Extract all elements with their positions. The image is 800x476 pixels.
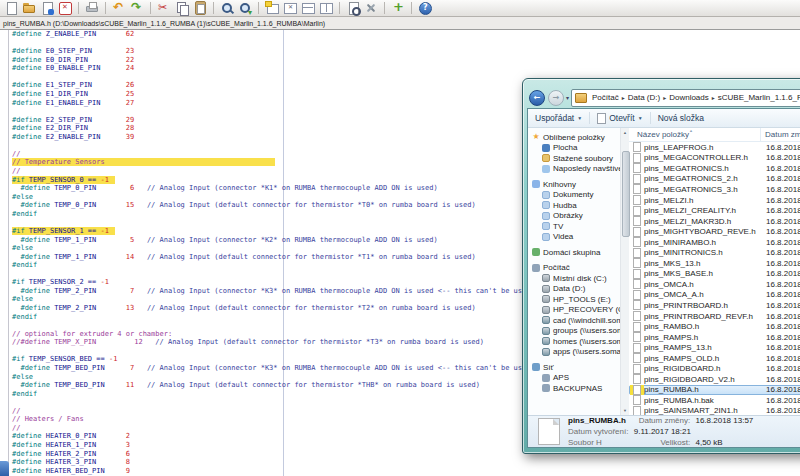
sidebar-section-dom-c-skupina[interactable]: Domácí skupina	[532, 247, 620, 258]
sidebar-item-label: Obrázky	[553, 211, 583, 220]
sidebar-item-hudba[interactable]: Hudba	[532, 200, 620, 211]
sidebar-item-cad-windchill-soma-cz[interactable]: cad (\\windchill.soma.cz)	[532, 315, 620, 326]
help-icon[interactable]	[418, 1, 432, 15]
sidebar-item-backupnas[interactable]: BACKUPNAS	[532, 383, 620, 394]
file-row-pins-omca-a-h[interactable]: pins_OMCA_A.h16.8.2018 13:57	[629, 290, 800, 301]
file-row-pins-printrboard-revf-h[interactable]: pins_PRINTRBOARD_REVF.h16.8.2018 13:57	[629, 311, 800, 322]
breadcrumb-item-po-ta[interactable]: Počítač	[590, 93, 621, 102]
file-row-pins-melzi-h[interactable]: pins_MELZI.h16.8.2018 13:57	[629, 195, 800, 206]
column-header-modified[interactable]: Datum změny	[761, 128, 800, 141]
tile-vertical-icon[interactable]	[319, 1, 333, 15]
file-row-pins-rigidboard-v2-h[interactable]: pins_RIGIDBOARD_V2.h16.8.2018 13:57	[629, 374, 800, 385]
drive-icon	[542, 274, 550, 282]
find-icon[interactable]	[220, 1, 234, 15]
new-file-icon[interactable]	[4, 1, 18, 15]
file-row-pins-minitronics-h[interactable]: pins_MINITRONICS.h16.8.2018 13:57	[629, 247, 800, 258]
sidebar-item-groups-users-soma-cz[interactable]: groups (\\users.soma.cz)	[532, 326, 620, 337]
file-row-pins-megatronics-h[interactable]: pins_MEGATRONICS.h16.8.2018 13:57	[629, 163, 800, 174]
sidebar-item-m-stn-disk-c[interactable]: Místní disk (C:)	[532, 273, 620, 284]
breadcrumb-item-downloads[interactable]: Downloads	[667, 93, 711, 102]
sidebar-item-tv[interactable]: TV	[532, 221, 620, 232]
sidebar-item-apps-users-soma-cz-z[interactable]: apps (\\users.soma.cz) (Z	[532, 347, 620, 358]
libfolder-icon	[542, 191, 550, 199]
sidebar-item-hp-tools-e[interactable]: HP_TOOLS (E:)	[532, 294, 620, 305]
file-row-pins-melzi-creality-h[interactable]: pins_MELZI_CREALITY.h16.8.2018 13:57	[629, 205, 800, 216]
file-modified-date: 16.8.2018 13:57	[762, 227, 800, 236]
sidebar-section-knihovny[interactable]: Knihovny	[532, 179, 620, 190]
sidebar-item-label: Data (D:)	[553, 284, 585, 293]
file-row-pins-omca-h[interactable]: pins_OMCA.h16.8.2018 13:57	[629, 279, 800, 290]
print-icon[interactable]	[85, 1, 99, 15]
file-row-pins-minirambo-h[interactable]: pins_MINIRAMBO.h16.8.2018 13:57	[629, 237, 800, 248]
close-file-icon[interactable]	[58, 1, 72, 15]
file-row-pins-mks-13-h[interactable]: pins_MKS_13.h16.8.2018 13:57	[629, 258, 800, 269]
file-icon	[597, 113, 606, 124]
breadcrumb-item-data-d[interactable]: Data (D:)	[626, 93, 662, 102]
sidebar-item-obr-zky[interactable]: Obrázky	[532, 211, 620, 222]
tile-horizontal-icon[interactable]	[301, 1, 315, 15]
close-window-icon[interactable]	[283, 1, 297, 15]
sidebar-item-sta-en-soubory[interactable]: Stažené soubory	[532, 153, 620, 164]
sidebar-item-plocha[interactable]: Plocha	[532, 143, 620, 154]
sidebar-item-videa[interactable]: Videa	[532, 232, 620, 243]
toolbar-separator	[339, 2, 340, 14]
editor-file-tab[interactable]: pins_RUMBA.h (D:\Downloads\sCUBE_Marlin_…	[0, 20, 325, 27]
breadcrumb[interactable]: Počítač▸Data (D:)▸Downloads▸sCUBE_Marlin…	[571, 89, 800, 107]
settings-icon[interactable]	[364, 1, 378, 15]
new-folder-button[interactable]: Nová složka	[651, 113, 711, 123]
history-dropdown-icon[interactable]: ▾	[566, 94, 569, 101]
sidebar-item-label: Stažené soubory	[553, 154, 613, 163]
paste-icon[interactable]	[193, 1, 207, 15]
cut-icon[interactable]	[157, 1, 171, 15]
sidebar-section-obl-ben-polo-ky[interactable]: ★Oblíbené položky	[532, 132, 620, 143]
file-row-pins-melzi-makr3d-h[interactable]: pins_MELZI_MAKR3D.h16.8.2018 13:57	[629, 216, 800, 227]
sidebar-item-dokumenty[interactable]: Dokumenty	[532, 190, 620, 201]
file-row-pins-megatronics-2-h[interactable]: pins_MEGATRONICS_2.h16.8.2018 13:57	[629, 174, 800, 185]
undo-icon[interactable]	[112, 1, 126, 15]
sidebar-item-naposledy-nav-t-ven[interactable]: Naposledy navštívené	[532, 164, 620, 175]
sidebar-scrollbar[interactable]: ▲ ▼	[620, 128, 629, 415]
sidebar-section-po-ta[interactable]: Počítač	[532, 263, 620, 274]
sidebar-item-aps[interactable]: APS	[532, 373, 620, 384]
sidebar-item-homes-users-soma-cz[interactable]: homes (\\users.soma.cz)	[532, 336, 620, 347]
scroll-down-icon[interactable]: ▼	[621, 406, 629, 415]
sidebar-item-data-d[interactable]: Data (D:)	[532, 284, 620, 295]
breadcrumb-item-scube-marlin-1-1-6-rumba-1[interactable]: sCUBE_Marlin_1.1.6_RUMBA (1)	[716, 93, 800, 102]
open-file-icon[interactable]	[22, 1, 36, 15]
file-modified-date: 16.8.2018 13:57	[762, 143, 800, 152]
editor-toolbar	[0, 0, 800, 17]
find-replace-icon[interactable]	[238, 1, 252, 15]
sidebar-section-s[interactable]: Síť	[532, 362, 620, 373]
file-row-pins-rumba-h[interactable]: pins_RUMBA.h16.8.2018 13:57	[629, 385, 800, 396]
redo-icon[interactable]	[130, 1, 144, 15]
file-row-pins-rigidboard-h[interactable]: pins_RIGIDBOARD.h16.8.2018 13:57	[629, 363, 800, 374]
copy-icon[interactable]	[175, 1, 189, 15]
add-plugin-icon[interactable]	[391, 1, 405, 15]
back-button[interactable]: ←	[529, 90, 545, 106]
organize-button[interactable]: Uspořádat ▼	[528, 113, 589, 123]
sidebar-item-hp-recovery-g[interactable]: HP_RECOVERY (G:)	[532, 305, 620, 316]
file-icon	[630, 174, 644, 184]
open-button[interactable]: Otevřít ▼	[590, 113, 649, 124]
file-row-pins-ramps-old-h[interactable]: pins_RAMPS_OLD.h16.8.2018 13:57	[629, 353, 800, 364]
file-row-pins-leapfrog-h[interactable]: pins_LEAPFROG.h16.8.2018 13:57	[629, 142, 800, 153]
file-name: pins_RIGIDBOARD_V2.h	[644, 375, 762, 384]
forward-button[interactable]: →	[548, 90, 564, 106]
file-row-pins-megacontroller-h[interactable]: pins_MEGACONTROLLER.h16.8.2018 13:57	[629, 153, 800, 164]
file-icon	[630, 248, 644, 258]
file-row-pins-sainsmart-2in1-h[interactable]: pins_SAINSMART_2IN1.h16.8.2018 13:57	[629, 406, 800, 415]
file-row-pins-rambo-h[interactable]: pins_RAMBO.h16.8.2018 13:57	[629, 321, 800, 332]
new-window-icon[interactable]	[265, 1, 279, 15]
file-row-pins-printrboard-h[interactable]: pins_PRINTRBOARD.h16.8.2018 13:57	[629, 300, 800, 311]
file-row-pins-mightyboard-reve-h[interactable]: pins_MIGHTYBOARD_REVE.h16.8.2018 13:57	[629, 226, 800, 237]
file-row-pins-rumba-h-bak[interactable]: pins_RUMBA.h.bak16.8.2018 13:57	[629, 395, 800, 406]
file-row-pins-ramps-13-h[interactable]: pins_RAMPS_13.h16.8.2018 13:57	[629, 342, 800, 353]
size-label: Velikost:	[632, 437, 690, 448]
file-row-pins-ramps-h[interactable]: pins_RAMPS.h16.8.2018 13:57	[629, 332, 800, 343]
file-row-pins-megatronics-3-h[interactable]: pins_MEGATRONICS_3.h16.8.2018 13:57	[629, 184, 800, 195]
scroll-up-icon[interactable]: ▲	[621, 128, 629, 137]
save-file-icon[interactable]	[40, 1, 54, 15]
column-header-name[interactable]: Název položky	[629, 128, 761, 141]
file-row-pins-mks-base-h[interactable]: pins_MKS_BASE.h16.8.2018 13:57	[629, 269, 800, 280]
preview-icon[interactable]	[346, 1, 360, 15]
